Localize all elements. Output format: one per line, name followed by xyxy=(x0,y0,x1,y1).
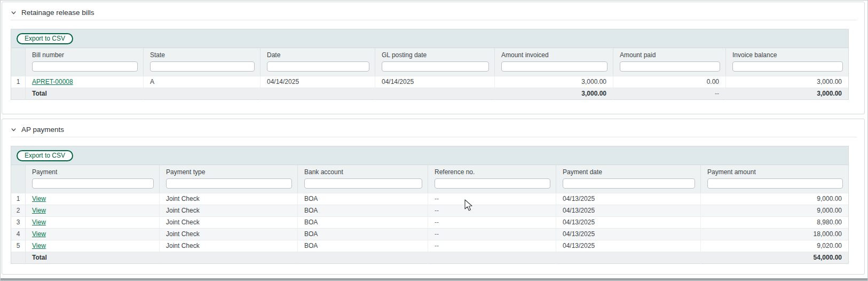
column-header-label: Payment xyxy=(32,168,154,176)
column-header-label: Amount paid xyxy=(620,51,720,59)
column-header-payment_amount: Payment amount xyxy=(701,165,848,193)
filter-input-payment[interactable] xyxy=(32,178,154,189)
filter-input-date[interactable] xyxy=(267,61,369,72)
column-header-label: Amount invoiced xyxy=(501,51,607,59)
cell-payment_type: Joint Check xyxy=(160,229,298,240)
table-row: 1ViewJoint CheckBOA--04/13/20259,000.00 xyxy=(11,193,848,205)
cell-payment_amount: 9,000.00 xyxy=(701,205,848,217)
cell-payment: View xyxy=(26,229,160,240)
page: { "sections": [ { "id": "retainage", "ti… xyxy=(0,0,868,281)
filter-input-gl_posting_date[interactable] xyxy=(382,61,489,72)
total-date xyxy=(261,88,375,100)
table-row: 4ViewJoint CheckBOA--04/13/202518,000.00 xyxy=(11,228,848,240)
payment-link[interactable]: View xyxy=(32,195,46,202)
total-state xyxy=(144,88,261,100)
chevron-down-icon xyxy=(11,10,17,15)
filter-input-bill_number[interactable] xyxy=(32,61,138,72)
cell-invoice_balance: 3,000.00 xyxy=(726,76,848,88)
table-row: 2ViewJoint CheckBOA--04/13/20259,000.00 xyxy=(11,205,848,216)
export-to-csv-button[interactable]: Export to CSV xyxy=(17,33,73,44)
column-header-bank_account: Bank account xyxy=(298,165,428,193)
column-header-label: Payment amount xyxy=(707,168,843,176)
cell-payment_amount: 9,000.00 xyxy=(701,193,848,205)
section-title: Retainage release bills xyxy=(21,9,94,17)
payment-link[interactable]: View xyxy=(32,207,46,214)
filter-input-amount_paid[interactable] xyxy=(620,61,720,72)
total-payment_amount: 54,000.00 xyxy=(701,252,848,264)
cell-reference_no: -- xyxy=(428,193,556,205)
filter-input-bank_account[interactable] xyxy=(304,178,422,189)
cell-reference_no: -- xyxy=(428,229,556,240)
cell-bank_account: BOA xyxy=(298,229,428,240)
column-header-label: Payment date xyxy=(563,168,695,176)
filter-input-invoice_balance[interactable] xyxy=(732,61,843,72)
column-header-label: Reference no. xyxy=(435,168,550,176)
cell-payment_type: Joint Check xyxy=(160,205,298,217)
filter-input-amount_invoiced[interactable] xyxy=(501,61,607,72)
total-payment_date xyxy=(556,252,701,264)
column-header-label: Invoice balance xyxy=(732,51,843,59)
row-number-column-header xyxy=(11,165,26,193)
ap-payments-table-header: PaymentPayment typeBank accountReference… xyxy=(11,165,848,193)
ap-payments-section-header[interactable]: AP payments xyxy=(11,119,857,137)
cell-payment_date: 04/13/2025 xyxy=(556,240,701,252)
total-label: Total xyxy=(26,88,144,100)
row-number: 1 xyxy=(11,76,26,88)
total-gl_posting_date xyxy=(375,88,495,100)
section-title: AP payments xyxy=(21,126,64,134)
row-number xyxy=(11,88,26,100)
filter-input-reference_no[interactable] xyxy=(435,178,550,189)
ap-payments-table: Export to CSV PaymentPayment typeBank ac… xyxy=(11,146,849,264)
payment-link[interactable]: View xyxy=(32,230,46,238)
column-header-label: Payment type xyxy=(166,168,292,176)
column-header-invoice_balance: Invoice balance xyxy=(726,48,848,76)
filter-input-payment_date[interactable] xyxy=(563,178,695,189)
total-label: Total xyxy=(26,252,160,264)
retainage-release-bills-panel: Retainage release bills Export to CSV Bi… xyxy=(2,2,865,114)
row-number-column-header xyxy=(11,48,26,76)
export-to-csv-button[interactable]: Export to CSV xyxy=(17,150,73,161)
row-number: 1 xyxy=(11,193,26,205)
total-invoice_balance: 3,000.00 xyxy=(726,88,848,100)
table-row: 5ViewJoint CheckBOA--04/13/20259,020.00 xyxy=(11,240,848,252)
cell-payment_date: 04/13/2025 xyxy=(556,205,701,217)
total-row: Total3,000.00--3,000.00 xyxy=(11,88,848,99)
table-row: 3ViewJoint CheckBOA--04/13/20258,980.00 xyxy=(11,216,848,228)
cell-bill_number: APRET-00008 xyxy=(26,76,144,88)
cell-payment_amount: 9,020.00 xyxy=(701,240,848,252)
cell-reference_no: -- xyxy=(428,217,556,229)
payment-link[interactable]: View xyxy=(32,242,46,249)
cell-state: A xyxy=(144,76,261,88)
row-number: 2 xyxy=(11,205,26,217)
cell-payment_date: 04/13/2025 xyxy=(556,229,701,240)
ap-payments-panel: AP payments Export to CSV PaymentPayment… xyxy=(2,119,865,275)
cell-payment_amount: 8,980.00 xyxy=(701,217,848,229)
column-header-payment_type: Payment type xyxy=(160,165,298,193)
cell-reference_no: -- xyxy=(428,205,556,217)
retainage-table-header: Bill numberStateDateGL posting dateAmoun… xyxy=(11,48,848,76)
cell-bank_account: BOA xyxy=(298,205,428,217)
filter-input-payment_type[interactable] xyxy=(166,178,292,189)
total-amount_invoiced: 3,000.00 xyxy=(495,88,613,100)
cell-payment_amount: 18,000.00 xyxy=(701,229,848,240)
cell-payment: View xyxy=(26,240,160,252)
column-header-bill_number: Bill number xyxy=(26,48,144,76)
cell-reference_no: -- xyxy=(428,240,556,252)
cell-bank_account: BOA xyxy=(298,193,428,205)
cell-payment_date: 04/13/2025 xyxy=(556,193,701,205)
bill_number-link[interactable]: APRET-00008 xyxy=(32,78,73,85)
cell-payment_date: 04/13/2025 xyxy=(556,217,701,229)
column-header-amount_invoiced: Amount invoiced xyxy=(495,48,613,76)
total-payment_type xyxy=(160,252,298,264)
payment-link[interactable]: View xyxy=(32,218,46,226)
chevron-down-icon xyxy=(11,127,17,132)
cell-gl_posting_date: 04/14/2025 xyxy=(375,76,495,88)
column-header-state: State xyxy=(144,48,261,76)
row-number: 3 xyxy=(11,217,26,229)
filter-input-state[interactable] xyxy=(150,61,255,72)
filter-input-payment_amount[interactable] xyxy=(707,178,843,189)
ap-payments-toolbar: Export to CSV xyxy=(11,146,848,165)
column-header-payment: Payment xyxy=(26,165,160,193)
retainage-section-header[interactable]: Retainage release bills xyxy=(11,2,857,20)
retainage-table-body: 1APRET-00008A04/14/202504/14/20253,000.0… xyxy=(11,76,848,99)
